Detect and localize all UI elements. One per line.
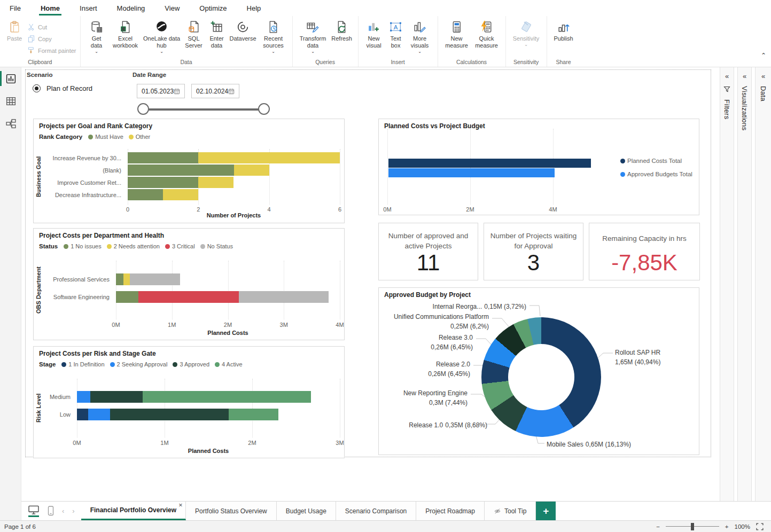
legend-item[interactable]: No Status — [200, 243, 233, 249]
legend-item[interactable]: Other — [129, 134, 151, 140]
quick-measure-button[interactable]: Quick measure — [472, 19, 502, 50]
date-end-input[interactable]: 02.10.2024 — [191, 84, 239, 98]
bar-segment[interactable] — [239, 291, 329, 303]
publish-button[interactable]: Publish — [551, 19, 577, 43]
page-tab-scenario-comparison[interactable]: Scenario Comparison — [336, 502, 416, 520]
bar-segment[interactable] — [110, 409, 228, 420]
paste-button[interactable]: Paste — [4, 19, 25, 43]
page-tab-financial-portfolio-overview[interactable]: Financial Portfolio Overview ✕ — [81, 502, 186, 520]
new-measure-button[interactable]: New measure — [442, 19, 472, 50]
zoom-out-button[interactable]: − — [656, 523, 660, 530]
bar-segment[interactable] — [90, 391, 143, 403]
recent-sources-button[interactable]: Recent sources ⌄ — [259, 19, 289, 55]
sensitivity-button[interactable]: Sensitivity ⌄ — [510, 19, 543, 48]
legend-item[interactable]: Must Have — [88, 134, 123, 140]
next-page-arrow[interactable]: › — [72, 507, 74, 515]
page-tab-portfolio-status-overview[interactable]: Portfolio Status Overview — [186, 502, 277, 520]
collapse-ribbon-button[interactable]: ⌃ — [761, 52, 766, 59]
bar-segment[interactable] — [143, 391, 311, 403]
bar-segment[interactable] — [128, 152, 198, 163]
kpi-remaining-capacity[interactable]: Remaining Capacity in hrs -7,85K — [589, 223, 700, 280]
kpi-approved-active-projects[interactable]: Number of approved and active Projects 1… — [378, 223, 478, 280]
legend-item[interactable]: 3 Approved — [173, 361, 209, 367]
page-tab-budget-usage[interactable]: Budget Usage — [277, 502, 336, 520]
bar-segment[interactable] — [128, 165, 234, 176]
new-visual-button[interactable]: New visual — [362, 19, 386, 50]
zoom-in-button[interactable]: + — [725, 523, 729, 530]
legend-item[interactable]: 1 No issues — [64, 243, 101, 249]
menu-modeling[interactable]: Modeling — [117, 4, 145, 12]
date-start-input[interactable]: 01.05.2023 — [137, 84, 185, 98]
menu-insert[interactable]: Insert — [80, 4, 97, 12]
table-view-button[interactable] — [0, 90, 21, 112]
copy-button[interactable]: Copy — [27, 35, 76, 43]
page-tab-project-roadmap[interactable]: Project Roadmap — [416, 502, 485, 520]
desktop-layout-button[interactable] — [28, 505, 40, 517]
visual-costs-per-risk[interactable]: Project Costs per Risk and Stage Gate St… — [33, 346, 345, 458]
visual-approved-budget-donut[interactable]: Approved Budget by Project Internal Reor… — [378, 287, 699, 455]
more-visuals-button[interactable]: More visuals ⌄ — [406, 19, 434, 55]
bar-segment[interactable] — [116, 291, 138, 303]
menu-view[interactable]: View — [165, 4, 180, 12]
page-tab-tool-tip[interactable]: Tool Tip — [485, 502, 536, 520]
get-data-button[interactable]: Get data ⌄ — [84, 19, 109, 55]
filters-panel-collapsed[interactable]: « Filters — [720, 67, 734, 520]
bar-segment[interactable] — [198, 177, 233, 188]
slider-handle-end[interactable] — [258, 103, 270, 115]
fit-to-page-icon[interactable] — [756, 523, 764, 530]
slider-handle-start[interactable] — [137, 103, 149, 115]
legend-item[interactable]: 4 Active — [215, 361, 243, 367]
bar-segment[interactable] — [116, 273, 123, 285]
bar-segment[interactable] — [77, 391, 90, 403]
visual-planned-vs-budget[interactable]: Planned Costs vs Project Budget 0M2M4M P… — [378, 119, 699, 215]
bar-segment[interactable] — [234, 165, 269, 176]
bar-segment[interactable] — [163, 189, 198, 200]
bar-segment[interactable] — [77, 409, 88, 420]
expand-panel-icon[interactable]: « — [725, 73, 729, 80]
expand-panel-icon[interactable]: « — [743, 73, 746, 80]
format-painter-button[interactable]: Format painter — [27, 46, 76, 54]
close-tab-icon[interactable]: ✕ — [178, 502, 183, 508]
legend-item[interactable]: 1 In Definition — [61, 361, 104, 367]
menu-file[interactable]: File — [10, 4, 21, 12]
bar-segment[interactable] — [88, 409, 110, 420]
bar-segment[interactable] — [388, 159, 591, 168]
bar-segment[interactable] — [229, 409, 278, 420]
legend-item[interactable]: 3 Critical — [165, 243, 195, 249]
visual-costs-per-department[interactable]: Project Costs per Department and Health … — [33, 228, 345, 340]
legend-item[interactable]: 2 Seeking Approval — [110, 361, 168, 367]
refresh-button[interactable]: Refresh — [330, 19, 354, 43]
menu-home[interactable]: Home — [41, 4, 60, 12]
bar-segment[interactable] — [123, 273, 130, 285]
menu-optimize[interactable]: Optimize — [199, 4, 227, 12]
data-panel-collapsed[interactable]: « Data — [755, 67, 771, 520]
legend-item[interactable]: Planned Costs Total — [620, 158, 682, 164]
onelake-hub-button[interactable]: OneLake data hub ⌄ — [142, 19, 182, 55]
donut-ring[interactable] — [481, 317, 601, 437]
zoom-slider-handle[interactable] — [691, 523, 694, 530]
new-page-button[interactable]: + — [536, 502, 556, 520]
legend-item[interactable]: Approved Budgets Total — [620, 171, 692, 177]
visualizations-panel-collapsed[interactable]: « Visualizations — [737, 67, 752, 520]
previous-page-arrow[interactable]: ‹ — [62, 507, 64, 515]
mobile-layout-button[interactable] — [48, 506, 54, 516]
expand-panel-icon[interactable]: « — [761, 73, 765, 80]
bar-segment[interactable] — [388, 168, 555, 177]
text-box-button[interactable]: A Text box — [386, 19, 406, 50]
bar-segment[interactable] — [128, 177, 198, 188]
bar-segment[interactable] — [128, 189, 163, 200]
visual-projects-per-goal[interactable]: Projects per Goal and Rank Category Rank… — [33, 119, 345, 223]
scenario-radio-option[interactable]: Plan of Record — [33, 84, 92, 92]
kpi-projects-waiting-approval[interactable]: Number of Projects waiting for Approval … — [484, 223, 583, 280]
bar-segment[interactable] — [138, 291, 239, 303]
report-view-button[interactable] — [0, 67, 21, 90]
sql-server-button[interactable]: SQL Server — [182, 19, 206, 50]
transform-data-button[interactable]: Transform data ⌄ — [297, 19, 330, 55]
excel-workbook-button[interactable]: X Excel workbook — [109, 19, 142, 50]
menu-help[interactable]: Help — [247, 4, 261, 12]
model-view-button[interactable] — [0, 112, 21, 135]
dataverse-button[interactable]: Dataverse — [228, 19, 259, 43]
legend-item[interactable]: 2 Needs attention — [107, 243, 160, 249]
slider-track[interactable] — [143, 108, 264, 111]
zoom-slider[interactable] — [666, 523, 719, 530]
